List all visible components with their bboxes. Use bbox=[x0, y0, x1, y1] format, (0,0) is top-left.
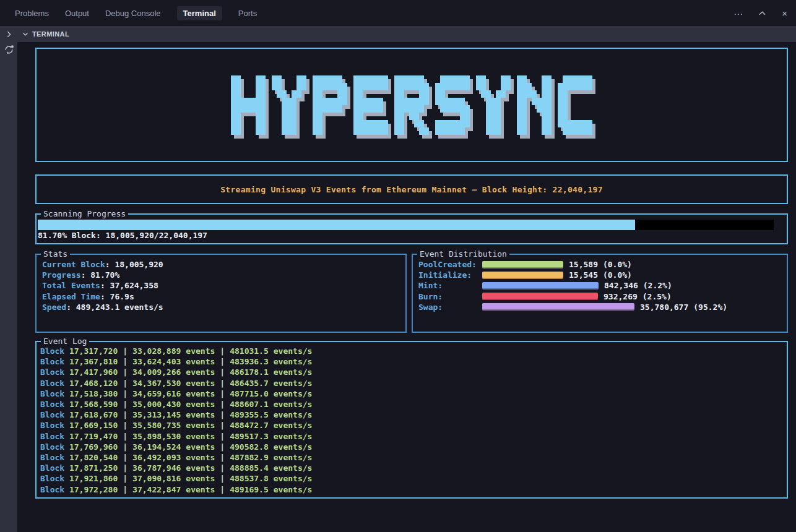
events-count: 35,580,735 bbox=[132, 421, 181, 430]
banner-panel bbox=[35, 48, 788, 162]
block-label: Block bbox=[40, 442, 69, 452]
stat-row: Total Events37,624,358 bbox=[42, 280, 400, 291]
event-log-row: Block 17,871,250|36,787,946events|488885… bbox=[40, 463, 782, 473]
events-suffix: events bbox=[186, 421, 215, 430]
events-suffix: events bbox=[186, 432, 215, 441]
close-panel-icon[interactable]: × bbox=[782, 9, 787, 18]
stats-panel: Stats Current Block18,005,920 Progress81… bbox=[35, 254, 407, 333]
event-percent: (2.5%) bbox=[642, 292, 672, 301]
event-log-row: Block 17,518,380|34,659,616events|487715… bbox=[40, 388, 782, 399]
events-suffix: events bbox=[186, 379, 215, 388]
events-count: 34,367,530 bbox=[132, 379, 181, 388]
scanning-progress-panel: Scanning Progress 81.70% Block: 18,005,9… bbox=[35, 213, 788, 244]
separator: | bbox=[220, 453, 225, 462]
event-log-row: Block 17,769,960|36,194,524events|490582… bbox=[40, 442, 782, 452]
block-label: Block bbox=[40, 453, 69, 462]
distribution-row: Swap: 35,780,677 (95.2%) bbox=[418, 302, 782, 312]
chevron-right-icon[interactable] bbox=[4, 30, 13, 39]
progress-bar-track bbox=[38, 220, 774, 230]
block-number: 17,820,540 bbox=[69, 453, 118, 462]
rate-suffix: events/s bbox=[274, 453, 313, 462]
separator: | bbox=[123, 453, 128, 462]
panel-tab[interactable]: Debug Console bbox=[105, 6, 161, 20]
stat-value: 489,243.1 events/s bbox=[66, 302, 163, 312]
block-label: Block bbox=[40, 357, 69, 366]
separator: | bbox=[220, 474, 225, 483]
block-number: 17,871,250 bbox=[69, 463, 118, 473]
more-actions-icon[interactable]: ··· bbox=[733, 9, 743, 18]
events-suffix: events bbox=[186, 400, 215, 409]
distribution-row: Initialize: 15,545 (0.0%) bbox=[418, 270, 782, 280]
rate-value: 487715.0 bbox=[230, 389, 269, 398]
progress-bar-fill bbox=[38, 220, 635, 230]
terminal-viewport[interactable]: Streaming Uniswap V3 Events from Ethereu… bbox=[17, 42, 796, 532]
distribution-bar bbox=[482, 261, 563, 268]
sync-icon[interactable] bbox=[4, 45, 14, 55]
separator: | bbox=[220, 432, 225, 441]
event-count: 842,346 bbox=[604, 281, 638, 290]
separator: | bbox=[220, 367, 225, 377]
events-count: 37,422,847 bbox=[132, 485, 181, 494]
event-count: 35,780,677 bbox=[640, 302, 688, 312]
rate-suffix: events/s bbox=[274, 485, 313, 494]
stat-label: Total Events bbox=[42, 281, 100, 290]
distribution-bar bbox=[482, 303, 634, 311]
events-suffix: events bbox=[186, 367, 215, 377]
block-label: Block bbox=[40, 432, 69, 441]
separator: | bbox=[220, 379, 225, 388]
separator: | bbox=[123, 432, 128, 441]
rate-value: 481031.5 bbox=[230, 346, 269, 356]
vscode-bottom-panel: Problems Output Debug Console Terminal P… bbox=[0, 0, 796, 532]
event-percent: (0.0%) bbox=[603, 260, 632, 269]
rate-suffix: events/s bbox=[274, 442, 313, 452]
event-log-row: Block 17,317,720|33,028,889events|481031… bbox=[40, 346, 782, 356]
panel-tabbar: Problems Output Debug Console Terminal P… bbox=[0, 0, 796, 26]
panel-tab[interactable]: Ports bbox=[238, 6, 257, 20]
distribution-row: Burn: 932,269 (2.5%) bbox=[418, 291, 782, 302]
panel-title: Scanning Progress bbox=[41, 208, 128, 220]
maximize-panel-icon[interactable] bbox=[758, 9, 767, 18]
stat-value: 81.70% bbox=[81, 270, 120, 280]
distribution-rows: PoolCreated: 15,589 (0.0%) Initialize: 1… bbox=[418, 259, 782, 312]
stat-value: 37,624,358 bbox=[100, 281, 158, 290]
block-label: Block bbox=[40, 410, 69, 419]
separator: | bbox=[123, 346, 128, 356]
terminal-section-label: TERMINAL bbox=[32, 30, 69, 38]
stat-row: Speed489,243.1 events/s bbox=[42, 302, 400, 312]
separator: | bbox=[123, 410, 128, 419]
rate-value: 488472.7 bbox=[230, 421, 269, 430]
subtitle-panel: Streaming Uniswap V3 Events from Ethereu… bbox=[35, 174, 788, 204]
rate-value: 488885.4 bbox=[230, 463, 269, 473]
block-label: Block bbox=[40, 389, 69, 398]
event-log-row: Block 17,719,470|35,898,530events|489517… bbox=[40, 431, 782, 442]
stat-label: Progress bbox=[42, 270, 81, 280]
terminal-section-header[interactable]: TERMINAL bbox=[17, 26, 796, 42]
block-number: 17,468,120 bbox=[69, 379, 118, 388]
stat-row: Progress81.70% bbox=[42, 270, 400, 280]
separator: | bbox=[123, 463, 128, 473]
event-log-panel: Event Log Block 17,317,720|33,028,889eve… bbox=[35, 341, 788, 499]
progress-label: 81.70% Block: 18,005,920/22,040,197 bbox=[38, 231, 785, 240]
stat-value: 76.9s bbox=[100, 292, 134, 301]
events-count: 36,194,524 bbox=[132, 442, 181, 452]
separator: | bbox=[220, 389, 225, 398]
block-number: 17,618,670 bbox=[69, 410, 118, 419]
panel-tab[interactable]: Terminal bbox=[177, 6, 222, 20]
event-log-row: Block 17,972,280|37,422,847events|489169… bbox=[40, 484, 782, 495]
block-label: Block bbox=[40, 463, 69, 473]
event-count: 15,545 bbox=[569, 270, 598, 280]
events-count: 37,090,816 bbox=[132, 474, 181, 483]
events-suffix: events bbox=[186, 346, 215, 356]
rate-suffix: events/s bbox=[274, 389, 313, 398]
panel-tab[interactable]: Output bbox=[65, 6, 89, 20]
separator: | bbox=[123, 442, 128, 452]
panel-tab[interactable]: Problems bbox=[15, 6, 49, 20]
rate-value: 486435.7 bbox=[230, 379, 269, 388]
event-log-row: Block 17,417,960|34,009,266events|486178… bbox=[40, 367, 782, 377]
block-label: Block bbox=[40, 367, 69, 377]
separator: | bbox=[220, 421, 225, 430]
stat-label: Elapsed Time bbox=[42, 292, 100, 301]
block-number: 17,518,380 bbox=[69, 389, 118, 398]
rate-suffix: events/s bbox=[274, 432, 313, 441]
block-number: 17,921,860 bbox=[69, 474, 118, 483]
